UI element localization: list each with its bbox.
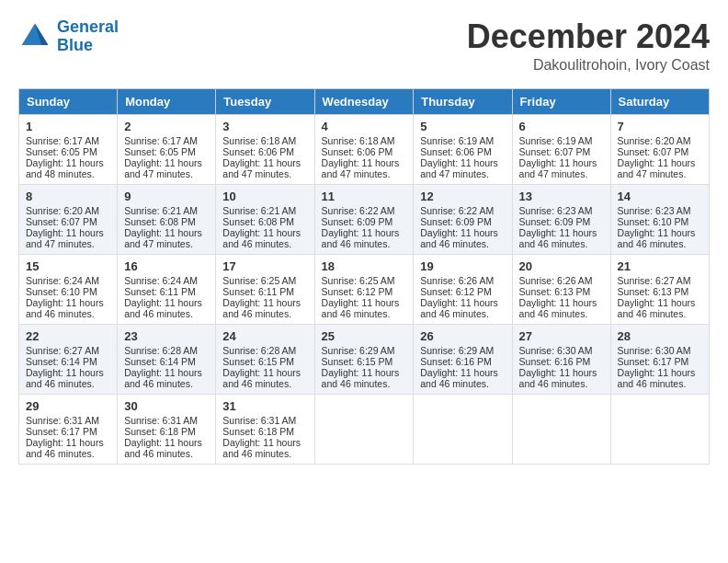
title-block: December 2024 Dakoulitrohoin, Ivory Coas… <box>467 18 710 74</box>
daylight-label: Daylight: 11 hours and 46 minutes. <box>420 297 498 319</box>
table-row: 5Sunrise: 6:19 AMSunset: 6:06 PMDaylight… <box>414 114 512 184</box>
table-row: 24Sunrise: 6:28 AMSunset: 6:15 PMDayligh… <box>216 324 314 394</box>
sunset-label: Sunset: 6:08 PM <box>222 216 294 227</box>
day-number: 13 <box>519 190 604 203</box>
sunset-label: Sunset: 6:06 PM <box>322 146 393 157</box>
day-number: 18 <box>322 259 407 273</box>
table-row: 3Sunrise: 6:18 AMSunset: 6:06 PMDaylight… <box>216 114 314 184</box>
logo: General Blue <box>18 18 119 55</box>
sunset-label: Sunset: 6:11 PM <box>124 286 196 297</box>
daylight-label: Daylight: 11 hours and 46 minutes. <box>222 437 301 459</box>
table-row: 23Sunrise: 6:28 AMSunset: 6:14 PMDayligh… <box>118 324 216 394</box>
day-number: 9 <box>124 190 209 203</box>
table-row: 6Sunrise: 6:19 AMSunset: 6:07 PMDaylight… <box>512 114 610 184</box>
sunset-label: Sunset: 6:14 PM <box>124 356 196 367</box>
table-row: 16Sunrise: 6:24 AMSunset: 6:11 PMDayligh… <box>118 254 216 324</box>
table-row: 2Sunrise: 6:17 AMSunset: 6:05 PMDaylight… <box>118 114 216 184</box>
daylight-label: Daylight: 11 hours and 48 minutes. <box>26 157 104 179</box>
sunset-label: Sunset: 6:06 PM <box>222 146 294 157</box>
daylight-label: Daylight: 11 hours and 46 minutes. <box>322 227 400 249</box>
sunset-label: Sunset: 6:17 PM <box>618 356 689 367</box>
sunrise-label: Sunrise: 6:20 AM <box>26 205 99 216</box>
table-row: 29Sunrise: 6:31 AMSunset: 6:17 PMDayligh… <box>19 394 118 464</box>
daylight-label: Daylight: 11 hours and 46 minutes. <box>618 367 696 389</box>
sunrise-label: Sunrise: 6:27 AM <box>618 275 691 286</box>
table-row: 11Sunrise: 6:22 AMSunset: 6:09 PMDayligh… <box>314 184 414 254</box>
table-row: 15Sunrise: 6:24 AMSunset: 6:10 PMDayligh… <box>19 254 118 324</box>
day-number: 20 <box>519 259 604 273</box>
daylight-label: Daylight: 11 hours and 46 minutes. <box>618 227 696 249</box>
table-row <box>610 394 709 464</box>
day-number: 4 <box>322 120 407 133</box>
sunrise-label: Sunrise: 6:18 AM <box>222 135 296 146</box>
sunrise-label: Sunrise: 6:20 AM <box>618 135 691 146</box>
sunset-label: Sunset: 6:10 PM <box>618 216 689 227</box>
table-row: 21Sunrise: 6:27 AMSunset: 6:13 PMDayligh… <box>610 254 709 324</box>
sunset-label: Sunset: 6:14 PM <box>26 356 97 367</box>
col-saturday: Saturday <box>610 88 709 114</box>
sunset-label: Sunset: 6:12 PM <box>420 286 492 297</box>
calendar-header-row: Sunday Monday Tuesday Wednesday Thursday… <box>19 88 710 114</box>
sunrise-label: Sunrise: 6:25 AM <box>322 275 395 286</box>
daylight-label: Daylight: 11 hours and 47 minutes. <box>124 157 202 179</box>
day-number: 30 <box>124 399 209 413</box>
sunrise-label: Sunrise: 6:29 AM <box>420 345 494 356</box>
daylight-label: Daylight: 11 hours and 47 minutes. <box>124 227 202 249</box>
daylight-label: Daylight: 11 hours and 47 minutes. <box>322 157 400 179</box>
table-row: 10Sunrise: 6:21 AMSunset: 6:08 PMDayligh… <box>216 184 314 254</box>
sunrise-label: Sunrise: 6:31 AM <box>222 415 296 426</box>
daylight-label: Daylight: 11 hours and 47 minutes. <box>519 157 597 179</box>
sunset-label: Sunset: 6:16 PM <box>420 356 492 367</box>
col-thursday: Thursday <box>414 88 512 114</box>
table-row: 14Sunrise: 6:23 AMSunset: 6:10 PMDayligh… <box>610 184 709 254</box>
calendar-week-row: 22Sunrise: 6:27 AMSunset: 6:14 PMDayligh… <box>19 324 710 394</box>
day-number: 6 <box>519 120 604 133</box>
col-sunday: Sunday <box>19 88 118 114</box>
sunset-label: Sunset: 6:13 PM <box>618 286 689 297</box>
table-row: 26Sunrise: 6:29 AMSunset: 6:16 PMDayligh… <box>414 324 512 394</box>
table-row <box>512 394 610 464</box>
sunset-label: Sunset: 6:07 PM <box>26 216 97 227</box>
col-wednesday: Wednesday <box>314 88 414 114</box>
sunset-label: Sunset: 6:05 PM <box>124 146 196 157</box>
day-number: 29 <box>26 399 110 413</box>
table-row: 31Sunrise: 6:31 AMSunset: 6:18 PMDayligh… <box>216 394 314 464</box>
sunrise-label: Sunrise: 6:25 AM <box>222 275 296 286</box>
sunrise-label: Sunrise: 6:18 AM <box>322 135 395 146</box>
sunrise-label: Sunrise: 6:27 AM <box>26 345 99 356</box>
table-row <box>414 394 512 464</box>
sunset-label: Sunset: 6:15 PM <box>322 356 393 367</box>
table-row: 30Sunrise: 6:31 AMSunset: 6:18 PMDayligh… <box>118 394 216 464</box>
table-row: 4Sunrise: 6:18 AMSunset: 6:06 PMDaylight… <box>314 114 414 184</box>
sunrise-label: Sunrise: 6:23 AM <box>519 205 593 216</box>
day-number: 19 <box>420 259 505 273</box>
sunset-label: Sunset: 6:16 PM <box>519 356 591 367</box>
table-row: 20Sunrise: 6:26 AMSunset: 6:13 PMDayligh… <box>512 254 610 324</box>
table-row: 25Sunrise: 6:29 AMSunset: 6:15 PMDayligh… <box>314 324 414 394</box>
daylight-label: Daylight: 11 hours and 47 minutes. <box>26 227 104 249</box>
calendar-week-row: 8Sunrise: 6:20 AMSunset: 6:07 PMDaylight… <box>19 184 710 254</box>
logo-text: General Blue <box>57 18 119 55</box>
sunset-label: Sunset: 6:07 PM <box>618 146 689 157</box>
sunrise-label: Sunrise: 6:30 AM <box>618 345 691 356</box>
daylight-label: Daylight: 11 hours and 46 minutes. <box>322 297 400 319</box>
sunset-label: Sunset: 6:07 PM <box>519 146 591 157</box>
sunrise-label: Sunrise: 6:30 AM <box>519 345 593 356</box>
sunrise-label: Sunrise: 6:26 AM <box>519 275 593 286</box>
sunrise-label: Sunrise: 6:29 AM <box>322 345 395 356</box>
sunrise-label: Sunrise: 6:28 AM <box>222 345 296 356</box>
calendar-week-row: 29Sunrise: 6:31 AMSunset: 6:17 PMDayligh… <box>19 394 710 464</box>
sunrise-label: Sunrise: 6:28 AM <box>124 345 198 356</box>
day-number: 17 <box>222 259 307 273</box>
day-number: 12 <box>420 190 505 203</box>
sunset-label: Sunset: 6:10 PM <box>26 286 97 297</box>
sunrise-label: Sunrise: 6:21 AM <box>124 205 198 216</box>
table-row: 13Sunrise: 6:23 AMSunset: 6:09 PMDayligh… <box>512 184 610 254</box>
sunset-label: Sunset: 6:18 PM <box>124 426 196 437</box>
daylight-label: Daylight: 11 hours and 46 minutes. <box>222 227 301 249</box>
daylight-label: Daylight: 11 hours and 46 minutes. <box>26 437 104 459</box>
logo-icon <box>18 20 51 53</box>
sunset-label: Sunset: 6:17 PM <box>26 426 97 437</box>
sunset-label: Sunset: 6:11 PM <box>222 286 294 297</box>
daylight-label: Daylight: 11 hours and 46 minutes. <box>222 297 301 319</box>
